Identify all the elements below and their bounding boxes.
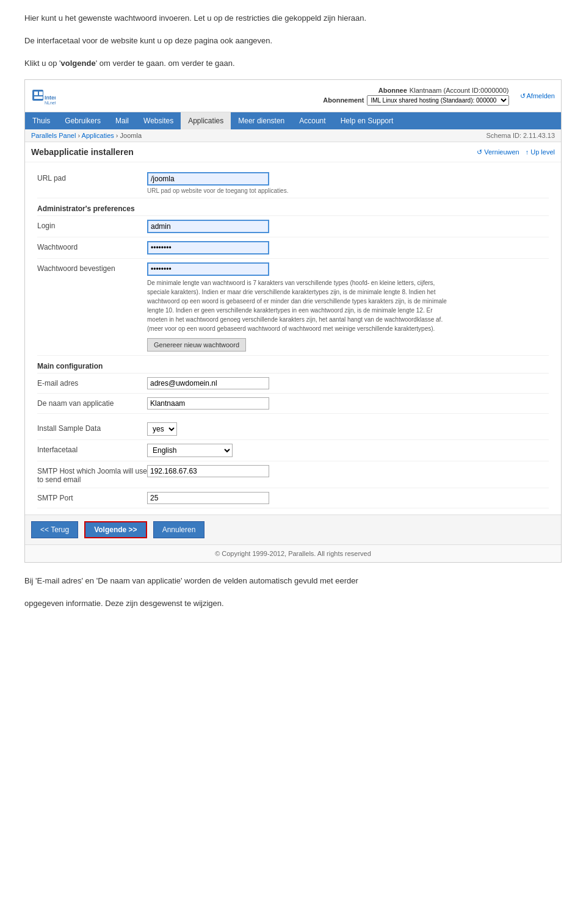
title-actions: ↺ Vernieuwen ↑ Up level: [477, 148, 555, 156]
login-row: Login: [37, 216, 549, 237]
account-info: Abonnee Klantnaam (Account ID:0000000) A…: [323, 87, 508, 106]
wachtwoord-bevestigen-label: Wachtwoord bevestigen: [37, 262, 147, 273]
app-name-control: [147, 397, 549, 410]
breadcrumb-joomla: Joomla: [120, 132, 142, 139]
main-panel: Inter NLnet Abonnee Klantnaam (Account I…: [24, 79, 562, 563]
breadcrumb-bar: Parallels Panel › Applicaties › Joomla S…: [25, 129, 561, 142]
outro-line1: Bij 'E-mail adres' en 'De naam van appli…: [24, 575, 562, 588]
install-sample-select[interactable]: yes no: [147, 422, 177, 436]
url-pad-row: URL pad URL pad op website voor de toega…: [37, 168, 549, 198]
breadcrumb-parallels[interactable]: Parallels Panel: [31, 132, 76, 139]
outro-line2: opgegeven informatie. Deze zijn desgewen…: [24, 597, 562, 610]
app-name-label: De naam van applicatie: [37, 397, 147, 408]
email-control: [147, 377, 549, 389]
interfacetaal-label: Interfacetaal: [37, 444, 147, 454]
wachtwoord-bevestigen-input[interactable]: [147, 262, 269, 276]
smtp-host-label: SMTP Host which Joomla will use to send …: [37, 465, 147, 484]
volgende-button[interactable]: Volgende >>: [84, 521, 146, 538]
app-name-input[interactable]: [147, 397, 269, 410]
nav-account[interactable]: Account: [292, 112, 333, 129]
login-input[interactable]: [147, 220, 269, 233]
interfacetaal-row: Interfacetaal English Nederlands: [37, 440, 549, 461]
url-pad-label: URL pad: [37, 172, 147, 182]
nav-gebruikers[interactable]: Gebruikers: [57, 112, 108, 129]
wachtwoord-bevestigen-row: Wachtwoord bevestigen De minimale lengte…: [37, 259, 549, 356]
smtp-host-control: [147, 465, 549, 477]
smtp-host-input[interactable]: [147, 465, 269, 477]
app-name-row: De naam van applicatie: [37, 394, 549, 414]
refresh-icon: ↺: [520, 92, 526, 100]
annuleren-button[interactable]: Annuleren: [153, 521, 205, 538]
intro-line1: Hier kunt u het gewenste wachtwoord invo…: [24, 12, 562, 25]
page-title: Webapplicatie installeren: [31, 147, 134, 157]
password-policy: De minimale lengte van wachtwoord is 7 k…: [147, 278, 452, 333]
intro-line3: Klikt u op 'volgende' om verder te gaan.…: [24, 57, 562, 70]
logo-area: Inter NLnet: [31, 84, 56, 108]
panel-header: Inter NLnet Abonnee Klantnaam (Account I…: [25, 80, 561, 112]
breadcrumb-applicaties[interactable]: Applicaties: [82, 132, 114, 139]
panel-footer: © Copyright 1999-2012, Parallels. All ri…: [25, 544, 561, 562]
interfacetaal-control: English Nederlands: [147, 444, 549, 457]
nav-help[interactable]: Help en Support: [333, 112, 401, 129]
up-level-button[interactable]: ↑ Up level: [526, 148, 555, 156]
wachtwoord-label: Wachtwoord: [37, 241, 147, 251]
install-sample-label: Install Sample Data: [37, 422, 147, 433]
nav-websites[interactable]: Websites: [136, 112, 181, 129]
nav-thuis[interactable]: Thuis: [25, 112, 57, 129]
svg-rect-2: [39, 92, 43, 95]
smtp-port-label: SMTP Port: [37, 492, 147, 502]
header-right: Abonnee Klantnaam (Account ID:0000000) A…: [323, 87, 555, 106]
schema-info: Schema ID: 2.11.43.13: [486, 132, 555, 139]
smtp-port-row: SMTP Port: [37, 488, 549, 508]
generate-password-button[interactable]: Genereer nieuw wachtwoord: [147, 338, 246, 352]
email-label: E-mail adres: [37, 377, 147, 388]
afmelden-link[interactable]: ↺ Afmelden: [520, 92, 555, 100]
nav-mail[interactable]: Mail: [108, 112, 136, 129]
wachtwoord-input[interactable]: [147, 241, 269, 254]
wachtwoord-control: [147, 241, 549, 254]
wachtwoord-bevestigen-control: De minimale lengte van wachtwoord is 7 k…: [147, 262, 549, 352]
nav-bar: Thuis Gebruikers Mail Websites Applicati…: [25, 112, 561, 129]
admin-section-header: Administrator's preferences: [37, 198, 549, 216]
abonnee-value: Klantnaam (Account ID:0000000): [410, 87, 509, 94]
svg-text:NLnet: NLnet: [45, 101, 56, 105]
internlnet-logo: Inter NLnet: [31, 84, 56, 108]
terug-button[interactable]: << Terug: [31, 521, 78, 538]
smtp-port-control: [147, 492, 549, 504]
svg-text:Inter: Inter: [45, 95, 56, 101]
nav-applicaties[interactable]: Applicaties: [181, 112, 231, 129]
login-control: [147, 220, 549, 233]
email-input[interactable]: [147, 377, 269, 389]
email-row: E-mail adres: [37, 374, 549, 394]
url-pad-hint: URL pad op website voor de toegang tot a…: [147, 187, 549, 194]
up-icon: ↑: [526, 148, 529, 156]
install-sample-control: yes no: [147, 422, 549, 436]
page-title-bar: Webapplicatie installeren ↺ Vernieuwen ↑…: [25, 142, 561, 162]
smtp-port-input[interactable]: [147, 492, 269, 504]
url-pad-control: URL pad op website voor de toegang tot a…: [147, 172, 549, 194]
wachtwoord-row: Wachtwoord: [37, 237, 549, 259]
svg-rect-3: [34, 96, 43, 99]
main-config-section-header: Main configuration: [37, 356, 549, 374]
smtp-host-row: SMTP Host which Joomla will use to send …: [37, 461, 549, 488]
abonnee-label: Abonnee: [378, 87, 407, 94]
nav-meer-diensten[interactable]: Meer diensten: [231, 112, 292, 129]
install-sample-row: Install Sample Data yes no: [37, 419, 549, 440]
refresh-icon: ↺: [477, 148, 482, 156]
bottom-buttons: << Terug Volgende >> Annuleren: [25, 514, 561, 544]
svg-rect-1: [34, 92, 38, 95]
vernieuwen-button[interactable]: ↺ Vernieuwen: [477, 148, 519, 156]
login-label: Login: [37, 220, 147, 230]
url-pad-input[interactable]: [147, 172, 269, 186]
intro-line2: De interfacetaal voor de website kunt u …: [24, 35, 562, 48]
breadcrumb: Parallels Panel › Applicaties › Joomla: [31, 132, 142, 139]
form-area: URL pad URL pad op website voor de toega…: [25, 162, 561, 514]
interfacetaal-select[interactable]: English Nederlands: [147, 444, 233, 457]
abonnement-select[interactable]: IML Linux shared hosting (Standaard): 00…: [367, 95, 509, 106]
abonnement-label: Abonnement: [323, 96, 364, 104]
